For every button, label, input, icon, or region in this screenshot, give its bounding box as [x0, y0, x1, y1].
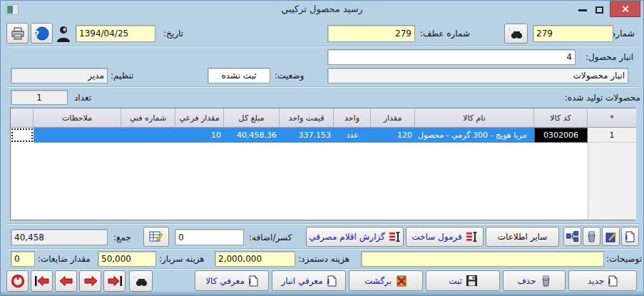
- close-button[interactable]: [610, 1, 640, 17]
- grid-cell-code-focused[interactable]: 0302006: [534, 128, 588, 143]
- adjustment-input[interactable]: 0: [175, 229, 244, 245]
- waste-label: مقدار ضايعات:: [38, 251, 91, 267]
- overhead-label: هزينه سربار:: [159, 251, 205, 267]
- last-record-button[interactable]: [103, 270, 126, 292]
- new-button[interactable]: N جديد: [568, 270, 637, 291]
- separator: [6, 248, 639, 250]
- sum-label: جمع:: [113, 229, 131, 245]
- org-chart-button[interactable]: [563, 227, 581, 246]
- title-bar: رسيد محصول ترکيبي: [1, 1, 643, 19]
- grid-cell-row-number[interactable]: 1: [588, 128, 636, 143]
- status-label: وضعيت:: [275, 68, 304, 83]
- grid-header-unit-price[interactable]: قيمت واحد: [280, 108, 334, 128]
- description-label: توضيحات:: [606, 251, 642, 267]
- close-icon: [621, 5, 629, 13]
- previous-record-button[interactable]: [55, 270, 77, 292]
- edit-adjustment-button[interactable]: [143, 227, 169, 247]
- grid-header-name[interactable]: نام کالا: [415, 108, 534, 128]
- grid-cell-unit-price[interactable]: 337.153: [280, 128, 334, 143]
- grid-cell-notes[interactable]: [34, 128, 121, 143]
- help-button[interactable]: ?: [31, 23, 53, 44]
- grid-cell-tech-no[interactable]: [121, 128, 175, 143]
- svg-text:N: N: [625, 234, 628, 241]
- description-input[interactable]: [361, 251, 604, 267]
- svg-text:N: N: [608, 278, 610, 285]
- window-title: رسيد محصول ترکيبي: [1, 4, 643, 14]
- print-button[interactable]: [6, 23, 29, 44]
- wage-input[interactable]: 2,000,000: [215, 251, 295, 267]
- grid-header-unit[interactable]: واحد: [334, 108, 371, 128]
- warehouse-label: انبار محصول:: [586, 49, 633, 65]
- date-label: تاريخ:: [163, 25, 183, 42]
- printer-icon: [11, 27, 25, 40]
- separator: [6, 46, 639, 47]
- grid-cell-total[interactable]: 40,458.36: [224, 128, 280, 143]
- delete-button[interactable]: حذف: [503, 270, 566, 291]
- minimize-button[interactable]: [576, 4, 590, 16]
- document-n-icon: N: [608, 275, 618, 287]
- count-field: 1: [11, 90, 68, 105]
- separator: [6, 268, 639, 270]
- define-product-button[interactable]: N معرفي کالا: [195, 270, 269, 291]
- date-input[interactable]: 1394/04/25: [76, 25, 155, 42]
- build-formula-button[interactable]: فرمول ساخت: [406, 227, 484, 247]
- cancel-navigation-button[interactable]: [6, 270, 29, 292]
- back-label: برگشت: [364, 276, 392, 286]
- grid-cell-qty[interactable]: 120: [371, 128, 415, 143]
- new-label: جديد: [588, 276, 604, 286]
- note-document-button[interactable]: N: [621, 227, 639, 246]
- save-label: ثبت: [449, 276, 462, 286]
- grid-header-indicator: [11, 108, 34, 128]
- grid-cell-name[interactable]: مربا هويج - 300 گرمي - محصول: [415, 128, 534, 143]
- produced-products-title: محصولات توليد شده:: [543, 91, 640, 105]
- delete-row-trash-button[interactable]: [583, 227, 600, 246]
- search-number-button[interactable]: ?: [504, 24, 528, 44]
- formula-report-icon: [389, 232, 401, 242]
- regulator-label: تنظيم:: [111, 68, 133, 83]
- next-record-button[interactable]: [79, 270, 101, 292]
- define-warehouse-button[interactable]: N معرفي انبار: [272, 270, 346, 291]
- binoculars-search-icon: ?: [134, 275, 148, 287]
- ref-number-label: شماره عطف:: [420, 25, 470, 42]
- save-button[interactable]: ثبت: [426, 270, 500, 291]
- warehouse-name-field: انبار محصولات: [327, 68, 628, 83]
- search-record-button[interactable]: ?: [129, 270, 153, 292]
- back-button[interactable]: برگشت: [349, 270, 423, 291]
- overhead-input[interactable]: 50,000: [98, 251, 156, 267]
- svg-text:N: N: [249, 278, 251, 285]
- svg-text:?: ?: [509, 28, 510, 35]
- other-info-button[interactable]: ساير اطلاعات: [486, 227, 559, 247]
- first-record-button[interactable]: [31, 270, 53, 292]
- warehouse-code-field[interactable]: 4: [327, 49, 576, 65]
- red-x-document-icon: [396, 275, 407, 287]
- grid-header-qty[interactable]: مقدار: [371, 108, 415, 128]
- hammer-tool-icon: [605, 231, 617, 243]
- arrow-left-icon: [59, 275, 73, 287]
- trash-icon: [541, 275, 551, 287]
- tools-button[interactable]: [602, 227, 620, 246]
- consumption-report-label: گزارش اقلام مصرفي: [309, 232, 385, 242]
- grid-cell-unit[interactable]: عدد: [334, 128, 371, 143]
- define-product-label: معرفي کالا: [205, 276, 245, 286]
- grid-header-tech-no[interactable]: شماره فني: [121, 108, 175, 128]
- waste-input[interactable]: 0: [11, 251, 35, 267]
- grid-header-notes[interactable]: ملاحظات: [34, 108, 121, 128]
- user-person-icon[interactable]: [55, 24, 72, 43]
- grid-header-total[interactable]: مبلغ کل: [224, 108, 280, 128]
- number-input[interactable]: 279: [533, 25, 613, 42]
- ref-number-input[interactable]: 279: [327, 25, 415, 42]
- grid-header-row-marker: *: [588, 108, 636, 128]
- document-n-icon: N: [327, 275, 337, 287]
- maximize-button[interactable]: [592, 4, 606, 16]
- consumption-report-button[interactable]: گزارش اقلام مصرفي: [306, 227, 404, 247]
- svg-text:N: N: [327, 278, 329, 285]
- arrow-last-icon: [107, 275, 123, 287]
- status-strip: [1, 292, 643, 296]
- grid-header-code[interactable]: کد کالا: [534, 108, 588, 128]
- grid-cell-sub-qty[interactable]: 10: [175, 128, 224, 143]
- other-info-label: ساير اطلاعات: [498, 232, 548, 242]
- grid-header-sub-qty[interactable]: مقدار فرعي: [175, 108, 224, 128]
- delete-label: حذف: [517, 276, 536, 286]
- document-n-icon: N: [625, 231, 635, 243]
- power-cancel-icon: [11, 274, 25, 288]
